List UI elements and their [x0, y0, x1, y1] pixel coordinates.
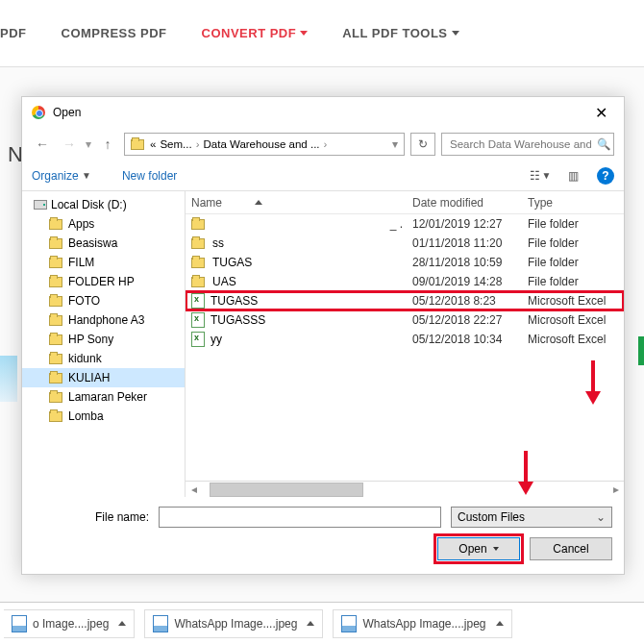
tree-folder-item[interactable]: Lamaran Peker: [22, 387, 185, 407]
search-input[interactable]: [448, 137, 593, 151]
view-mode-button[interactable]: ☷ ▼: [526, 165, 555, 186]
tree-item-label: FOLDER HP: [68, 275, 135, 288]
scrollbar-left-icon[interactable]: ◂: [186, 483, 202, 496]
file-name: yy: [211, 333, 222, 346]
file-type: File folder: [528, 217, 624, 231]
sort-asc-icon: [255, 200, 262, 205]
tree-item-label: KULIAH: [68, 371, 110, 384]
tree-folder-item[interactable]: kidunk: [22, 349, 185, 368]
tree-folder-item[interactable]: KULIAH: [22, 368, 185, 387]
topbar-compress[interactable]: COMPRESS PDF: [62, 26, 167, 40]
scrollbar-right-icon[interactable]: ▸: [607, 483, 624, 496]
folder-icon: [49, 392, 62, 403]
chevron-down-icon: [493, 547, 499, 551]
excel-icon: [191, 332, 205, 347]
search-input-wrap[interactable]: 🔍: [441, 133, 614, 156]
file-type: File folder: [528, 275, 624, 288]
tree-drive-item[interactable]: Local Disk (D:): [22, 195, 185, 214]
help-icon[interactable]: ?: [597, 167, 614, 185]
folder-icon: [191, 219, 205, 230]
dialog-title: Open: [53, 106, 587, 119]
page-topbar: PDF COMPRESS PDF CONVERT PDF ALL PDF TOO…: [0, 0, 644, 67]
tree-folder-item[interactable]: FILM: [22, 253, 185, 272]
file-date: 01/11/2018 11:20: [412, 236, 528, 250]
search-icon: 🔍: [597, 137, 610, 151]
folder-icon: [49, 411, 62, 422]
file-row[interactable]: _ .12/01/2019 12:27File folder: [186, 214, 624, 234]
file-type: Microsoft Excel: [528, 333, 624, 346]
file-row[interactable]: TUGASS05/12/2018 8:23Microsoft Excel: [186, 291, 624, 310]
chevron-down-icon: [452, 31, 459, 36]
folder-icon: [131, 139, 144, 150]
preview-pane-button[interactable]: ▥: [558, 165, 587, 186]
tree-item-label: Local Disk (D:): [51, 198, 127, 211]
breadcrumb-seg[interactable]: Sem...: [160, 138, 191, 150]
tree-item-label: Apps: [68, 217, 94, 231]
tree-folder-item[interactable]: Beasiswa: [22, 234, 185, 253]
column-type[interactable]: Type: [528, 196, 624, 210]
tree-folder-item[interactable]: Apps: [22, 214, 185, 234]
file-name: TUGAS: [212, 256, 252, 269]
jpeg-icon: [153, 615, 168, 632]
folder-icon: [49, 219, 62, 230]
file-list-panel: Name Date modified Type _ .12/01/2019 12…: [186, 191, 624, 497]
scrollbar-thumb[interactable]: [210, 483, 363, 497]
folder-icon: [191, 258, 205, 268]
file-row[interactable]: yy05/12/2018 10:34Microsoft Excel: [186, 330, 624, 349]
download-item[interactable]: o Image....jpeg: [4, 609, 135, 638]
tree-folder-item[interactable]: Handphone A3: [22, 310, 185, 330]
file-date: 05/12/2018 8:23: [412, 294, 528, 308]
filename-input[interactable]: [159, 507, 441, 528]
file-row[interactable]: TUGASSS05/12/2018 22:27Microsoft Excel: [186, 310, 624, 330]
topbar-alltools[interactable]: ALL PDF TOOLS: [342, 26, 458, 40]
excel-icon: [191, 312, 205, 328]
file-row[interactable]: TUGAS28/11/2018 10:59File folder: [186, 253, 624, 272]
drive-icon: [34, 200, 47, 210]
tree-folder-item[interactable]: Lomba: [22, 407, 185, 426]
nav-sep: ▾: [86, 137, 91, 151]
organize-menu[interactable]: Organize ▼: [32, 169, 91, 183]
chevron-down-icon: [300, 31, 308, 36]
folder-icon: [49, 354, 62, 364]
chevron-down-icon[interactable]: ▾: [392, 137, 398, 151]
tree-item-label: Beasiswa: [68, 236, 117, 250]
bg-stripe: [638, 336, 644, 365]
topbar-convert[interactable]: CONVERT PDF: [202, 26, 309, 40]
file-rows[interactable]: _ .12/01/2019 12:27File folderss01/11/20…: [186, 214, 624, 481]
breadcrumb-seg[interactable]: Data Warehouse and ...: [203, 138, 319, 150]
download-item[interactable]: WhatsApp Image....jpeg: [144, 609, 323, 638]
up-button[interactable]: ↑: [97, 134, 118, 155]
horizontal-scrollbar[interactable]: ◂ ▸: [186, 481, 624, 497]
folder-icon: [49, 296, 62, 307]
cancel-button[interactable]: Cancel: [530, 537, 612, 560]
tree-folder-item[interactable]: FOTO: [22, 291, 185, 310]
file-type: Microsoft Excel: [528, 294, 624, 308]
column-name[interactable]: Name: [191, 196, 412, 210]
tree-folder-item[interactable]: HP Sony: [22, 330, 185, 349]
open-button[interactable]: Open: [437, 537, 520, 560]
tree-folder-item[interactable]: FOLDER HP: [22, 272, 185, 291]
forward-button[interactable]: →: [59, 134, 80, 155]
filetype-select[interactable]: Custom Files ⌄: [451, 507, 612, 528]
chevron-right-icon: ›: [324, 138, 328, 150]
tree-item-label: FOTO: [68, 294, 100, 308]
file-type: File folder: [528, 236, 624, 250]
tree-item-label: Handphone A3: [68, 313, 144, 327]
folder-tree[interactable]: Local Disk (D:)AppsBeasiswaFILMFOLDER HP…: [22, 191, 186, 497]
breadcrumb[interactable]: « Sem... › Data Warehouse and ... › ▾: [124, 133, 405, 156]
new-folder-button[interactable]: New folder: [122, 169, 177, 183]
file-row[interactable]: UAS09/01/2019 14:28File folder: [186, 272, 624, 291]
folder-icon: [49, 238, 62, 249]
chevron-up-icon: [496, 621, 504, 626]
file-type: Microsoft Excel: [528, 313, 624, 327]
column-date[interactable]: Date modified: [412, 196, 528, 210]
download-item[interactable]: WhatsApp Image....jpeg: [333, 609, 511, 638]
close-button[interactable]: ✕: [587, 104, 614, 122]
refresh-button[interactable]: ↻: [410, 133, 435, 156]
topbar-pdf[interactable]: PDF: [0, 26, 27, 40]
file-list-header: Name Date modified Type: [186, 191, 624, 214]
file-row[interactable]: ss01/11/2018 11:20File folder: [186, 234, 624, 253]
file-name: UAS: [212, 275, 236, 288]
back-button[interactable]: ←: [32, 134, 53, 155]
dialog-toolbar: Organize ▼ New folder ☷ ▼ ▥ ?: [22, 161, 624, 191]
